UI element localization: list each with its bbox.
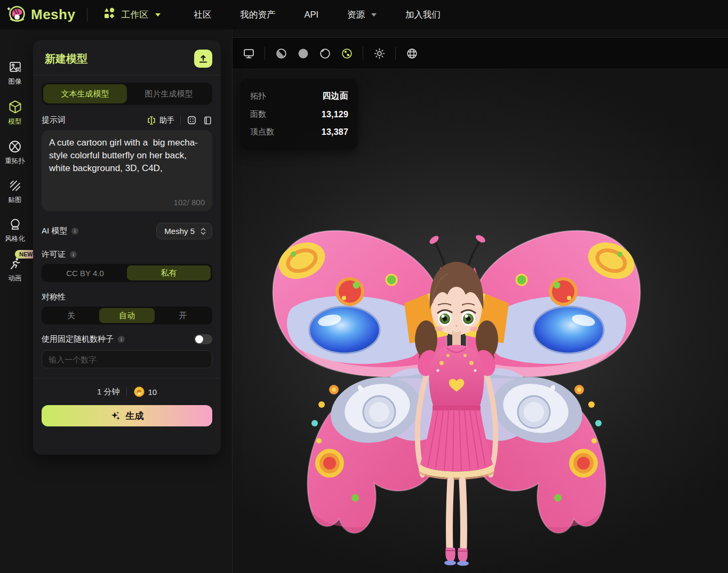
display-icon[interactable] [239,44,258,62]
prompt-tools: 助手 [147,115,212,125]
assistant-icon [147,116,156,125]
nav-api[interactable]: API [304,10,318,20]
license-cc-by[interactable]: CC BY 4.0 [43,265,127,280]
butterfly-girl-model[interactable] [270,229,643,573]
generation-mode-tabs: 文本生成模型 图片生成模型 [42,83,212,105]
wireframe-sphere-icon[interactable] [316,44,334,62]
light-icon[interactable] [370,44,388,62]
tab-image-to-model[interactable]: 图片生成模型 [127,84,211,103]
upload-button[interactable] [194,50,212,68]
meshy-app: Meshy 工作区 社区 我的资产 API 资源 加入我们 [0,0,728,573]
rail-item-texture[interactable]: 贴图 [0,179,30,205]
sparkle-icon [110,410,121,421]
tools-divider [180,116,181,125]
stylize-icon [8,217,22,232]
chevron-down-icon [371,13,377,17]
rail-label: 图像 [9,77,22,86]
cost-row: 1 分钟 10 [33,378,221,404]
cube-icon [7,99,23,115]
toggle-knob [195,335,203,343]
panel-divider [33,75,221,75]
cost-divider [126,388,127,396]
nav-my-assets[interactable]: 我的资产 [240,9,275,21]
info-icon: i [69,251,77,259]
toolbar-divider [265,47,265,60]
seed-input[interactable] [42,350,212,368]
navbar-divider [87,8,87,22]
dice-icon [187,115,197,125]
rail-label: 模型 [9,117,22,126]
meshy-logo-icon [6,4,27,26]
workspace-menu[interactable]: 工作区 [102,6,161,23]
panel-header: 新建模型 [33,40,221,75]
workspace-label: 工作区 [121,9,148,21]
svg-text:i: i [121,337,122,342]
viewport-canvas[interactable]: 拓扑 四边面 面数 13,129 顶点数 13,387 [233,70,728,573]
textured-sphere-icon[interactable] [338,44,356,62]
retopology-icon [7,139,22,154]
upload-icon [198,53,209,64]
tab-text-to-model[interactable]: 文本生成模型 [43,84,127,103]
symmetry-off[interactable]: 关 [43,308,99,323]
animation-icon [7,256,22,271]
viewport-3d: 拓扑 四边面 面数 13,129 顶点数 13,387 [232,29,728,573]
nav-resources[interactable]: 资源 [347,9,377,21]
coin-icon [134,386,145,397]
brand[interactable]: Meshy [0,4,75,26]
workspace-shapes-icon [102,6,116,23]
mesh-stats-panel: 拓扑 四边面 面数 13,129 顶点数 13,387 [241,79,358,150]
symmetry-segmented: 关 自动 开 [42,306,212,325]
random-prompt-button[interactable] [187,115,197,125]
texture-icon [8,179,22,193]
svg-text:AI: AI [17,68,21,73]
rail-item-stylize[interactable]: 风格化 [0,217,30,244]
credit-cost: 10 [134,386,157,397]
prompt-box: A cute cartoon girl with a big mecha-sty… [42,130,212,213]
rail-item-model[interactable]: 模型 [0,99,30,126]
viewport-toolbar [233,37,728,69]
char-counter: 102/ 800 [174,198,205,207]
page-title: 新建模型 [45,52,87,66]
top-navbar: Meshy 工作区 社区 我的资产 API 资源 加入我们 [0,0,728,29]
rail-label: 风格化 [5,235,25,244]
shaded-sphere-icon[interactable] [272,44,290,62]
rail-label: 重拓扑 [5,157,25,166]
grid-sphere-icon[interactable] [403,44,421,62]
info-icon: i [71,227,79,235]
rail-item-retopology[interactable]: 重拓扑 [0,139,30,166]
toolbar-divider [395,47,396,60]
license-label: 许可证 i [42,249,212,260]
new-model-panel: 新建模型 文本生成模型 图片生成模型 提示词 助手 [33,40,221,455]
notebook-icon [203,116,212,125]
navbar-links: 社区 我的资产 API 资源 加入我们 [194,9,441,21]
select-chevrons-icon [200,227,206,236]
seed-toggle[interactable] [194,334,212,344]
symmetry-auto[interactable]: 自动 [99,308,155,323]
solid-sphere-icon[interactable] [294,44,312,62]
prompt-library-button[interactable] [203,116,212,125]
stats-row-vertices: 顶点数 13,387 [250,123,348,141]
generate-button[interactable]: 生成 [42,405,212,426]
rail-item-animation[interactable]: NEW 动画 [0,256,30,283]
nav-join-us[interactable]: 加入我们 [405,9,441,21]
ai-model-select[interactable]: Meshy 5 [156,223,212,239]
toolbar-divider [363,47,363,60]
ai-model-row: AI 模型 i Meshy 5 [42,223,212,239]
assistant-button[interactable]: 助手 [147,116,174,125]
svg-text:i: i [75,229,76,234]
symmetry-on[interactable]: 开 [155,308,211,323]
stats-row-faces: 面数 13,129 [250,106,348,123]
time-estimate: 1 分钟 [97,387,120,397]
prompt-label: 提示词 [42,115,66,125]
license-private[interactable]: 私有 [127,265,211,280]
nav-community[interactable]: 社区 [194,9,211,21]
rail-label: 动画 [9,274,22,283]
prompt-row: 提示词 助手 [42,115,212,125]
rail-label: 贴图 [9,196,22,205]
stats-row-topology: 拓扑 四边面 [250,87,348,106]
rail-item-image[interactable]: AI 图像 [0,60,30,86]
seed-row: 使用固定随机数种子 i [42,334,212,344]
ai-model-label: AI 模型 i [42,226,79,236]
seed-label: 使用固定随机数种子 i [42,334,125,344]
left-rail: AI 图像 模型 重拓扑 贴图 [0,29,30,573]
